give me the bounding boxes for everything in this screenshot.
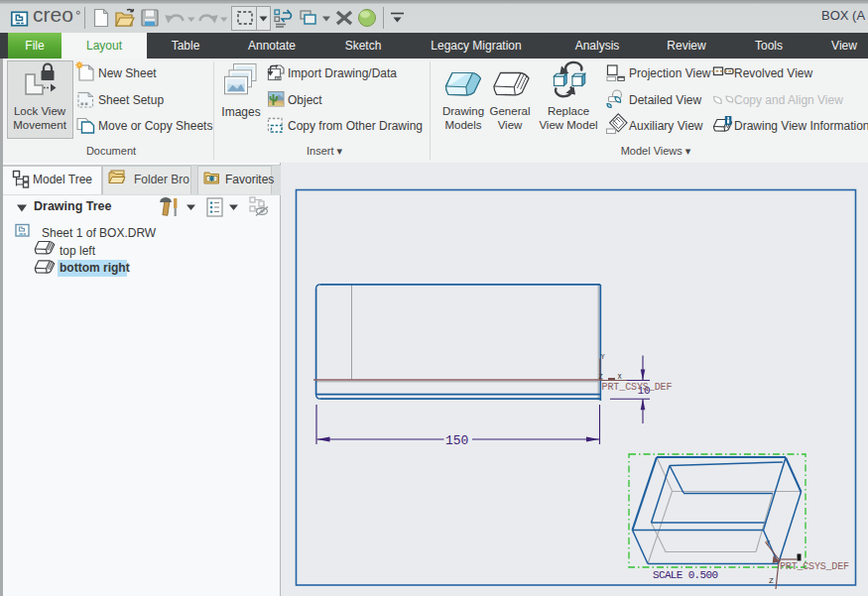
svg-text:PRT_CSYS_DEF: PRT_CSYS_DEF <box>780 561 849 572</box>
svg-text:Z: Z <box>599 373 603 381</box>
svg-text:X: X <box>618 373 623 381</box>
svg-text:Y: Y <box>601 353 606 361</box>
svg-text:150: 150 <box>445 433 468 448</box>
svg-text:Z: Z <box>769 576 774 585</box>
svg-text:SCALE 0.500: SCALE 0.500 <box>653 569 718 581</box>
svg-text:PRT_CSYS_DEF: PRT_CSYS_DEF <box>602 382 673 393</box>
